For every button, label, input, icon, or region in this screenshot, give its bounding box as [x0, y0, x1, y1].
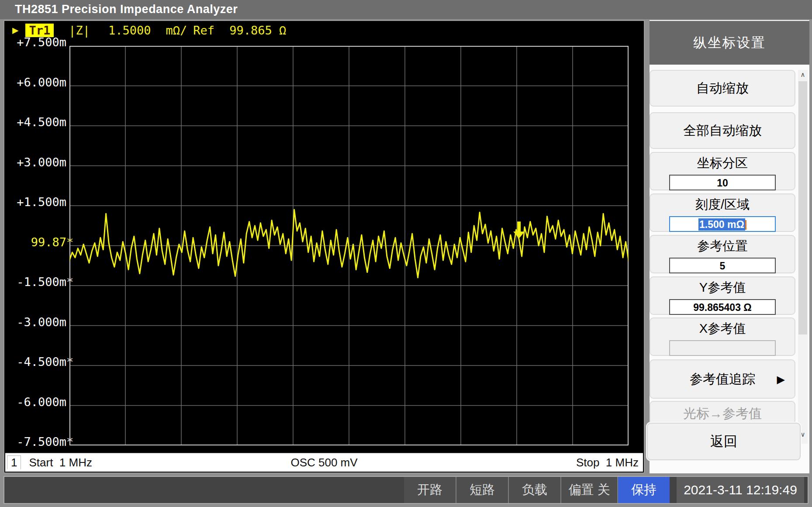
reference-track-label: 参考值追踪	[690, 370, 755, 388]
load-button[interactable]: 负载	[508, 477, 560, 503]
reference-position-input[interactable]: 5	[669, 258, 776, 273]
y-axis-tick-label: +7.500m	[4, 35, 66, 49]
hold-button[interactable]: 保持	[617, 477, 670, 503]
sidebar-title: 纵坐标设置	[650, 21, 809, 65]
open-circuit-button[interactable]: 开路	[404, 477, 456, 503]
chevron-right-icon: ▶	[777, 373, 785, 386]
y-reference-input[interactable]: 99.865403 Ω	[669, 299, 776, 315]
y-axis-tick-label: -6.000m	[4, 395, 66, 409]
app-window: TH2851 Precision Impedance Analyzer ▶ Tr…	[0, 0, 812, 507]
status-bar-spacer	[4, 477, 404, 503]
y-axis-tick-label: +3.000m	[4, 155, 66, 169]
sweep-info-strip: 1 Start 1 MHz OSC 500 mV Stop 1 MHz	[5, 453, 643, 472]
scrollbar-thumb[interactable]	[798, 81, 807, 335]
trace-ref-word: Ref	[193, 24, 214, 37]
scale-per-division-label: 刻度/区域	[650, 196, 795, 214]
divisions-panel: 坐标分区 10	[650, 152, 795, 190]
y-axis-tick-label: -7.500m*	[4, 435, 66, 449]
auto-scale-button[interactable]: 自动缩放	[650, 70, 795, 107]
y-axis-tick-label: -3.000m	[4, 315, 66, 329]
y-axis-tick-label: -4.500m*	[4, 355, 66, 369]
y-axis-tick-label: +6.000m	[4, 76, 66, 90]
x-reference-label: X参考值	[650, 320, 795, 338]
reference-position-panel: 参考位置 5	[650, 235, 795, 273]
trace-scale-value: 1.5000	[108, 24, 151, 37]
y-axis-labels: +7.500m+6.000m+4.500m+3.000m+1.500m99.87…	[4, 21, 68, 453]
short-circuit-button[interactable]: 短路	[456, 477, 508, 503]
plot-panel: ▶ Tr1 |Z| 1.5000 mΩ/ Ref 99.865 Ω +7.500…	[3, 20, 645, 473]
status-bar: 开路 短路 负载 偏置 关 保持 2021-3-11 12:19:49	[3, 476, 809, 504]
scale-per-division-input[interactable]: 1.500 mΩ	[669, 216, 776, 232]
back-button[interactable]: 返回	[647, 423, 801, 460]
scroll-up-icon[interactable]: ∧	[798, 70, 808, 79]
trace-ref-value: 99.865 Ω	[229, 24, 286, 37]
y-axis-tick-label: +1.500m	[4, 195, 66, 209]
y-axis-tick-label: 99.87*	[4, 235, 66, 249]
chart-canvas	[69, 46, 629, 445]
trace-scale-unit: mΩ/	[166, 24, 187, 37]
window-titlebar: TH2851 Precision Impedance Analyzer	[0, 0, 812, 19]
reference-track-button[interactable]: 参考值追踪 ▶	[650, 359, 795, 399]
sidebar-scrollbar[interactable]: ∧ ∨	[798, 70, 808, 444]
selected-text: 1.500 mΩ	[698, 218, 745, 231]
divisions-input[interactable]: 10	[669, 175, 776, 190]
x-reference-input[interactable]	[669, 340, 776, 356]
y-reference-panel: Y参考值 99.865403 Ω	[650, 276, 795, 315]
trace-parameter: |Z|	[69, 24, 90, 37]
bias-toggle-button[interactable]: 偏置 关	[560, 477, 617, 503]
cursor-to-reference-button[interactable]: 光标→参考值	[650, 401, 795, 424]
scale-per-division-panel: 刻度/区域 1.500 mΩ	[650, 193, 795, 232]
reference-position-label: 参考位置	[650, 238, 795, 255]
vertical-axis-settings-sidebar: 纵坐标设置 自动缩放 全部自动缩放 坐标分区 10 刻度/区域 1.500 mΩ…	[650, 20, 809, 473]
osc-level-label: OSC 500 mV	[5, 456, 643, 469]
text-caret	[745, 220, 746, 230]
datetime-display: 2021-3-11 12:19:49	[677, 477, 804, 503]
y-reference-label: Y参考值	[650, 279, 795, 297]
y-axis-tick-label: +4.500m	[4, 115, 66, 129]
x-reference-panel: X参考值	[650, 317, 795, 356]
y-axis-tick-label: -1.500m*	[4, 275, 66, 289]
window-title: TH2851 Precision Impedance Analyzer	[15, 3, 238, 16]
divisions-label: 坐标分区	[650, 155, 795, 172]
auto-scale-all-button[interactable]: 全部自动缩放	[650, 112, 795, 149]
